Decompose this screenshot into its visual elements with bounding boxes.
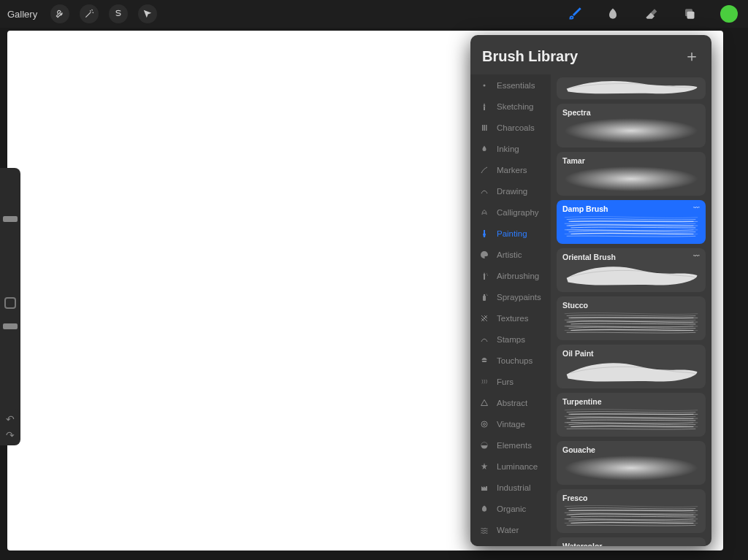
svg-point-2 bbox=[484, 84, 486, 86]
category-charcoals[interactable]: Charcoals bbox=[470, 117, 551, 138]
brush-stroke-preview bbox=[561, 213, 701, 241]
water-icon bbox=[479, 525, 489, 535]
category-label: Water bbox=[497, 526, 519, 534]
color-picker-button[interactable] bbox=[720, 5, 738, 23]
category-textures[interactable]: Textures bbox=[470, 307, 551, 329]
furs-icon bbox=[479, 377, 489, 387]
eraser-tool-button[interactable] bbox=[640, 3, 662, 25]
svg-point-14 bbox=[484, 423, 486, 425]
category-label: Furs bbox=[497, 377, 514, 386]
brush-item[interactable]: Tamar bbox=[557, 152, 706, 196]
category-elements[interactable]: Elements bbox=[470, 434, 551, 456]
brush-name: Tamar bbox=[562, 156, 700, 165]
category-abstract[interactable]: Abstract bbox=[470, 392, 551, 413]
category-calligraphy[interactable]: Calligraphy bbox=[470, 202, 551, 223]
brush-item[interactable]: Spectra bbox=[557, 104, 706, 147]
brush-item[interactable]: Fresco bbox=[557, 489, 706, 533]
category-label: Elements bbox=[497, 441, 532, 450]
brush-item[interactable]: Oil Paint bbox=[557, 345, 706, 388]
category-luminance[interactable]: Luminance bbox=[470, 456, 551, 477]
category-touchups[interactable]: Touchups bbox=[470, 350, 551, 371]
wand-icon bbox=[84, 9, 94, 19]
add-brush-button[interactable]: ＋ bbox=[684, 45, 700, 67]
category-label: Painting bbox=[497, 229, 527, 238]
category-imported[interactable]: Imported bbox=[470, 540, 551, 546]
cursor-icon bbox=[142, 9, 153, 19]
brush-library-title: Brush Library bbox=[482, 48, 578, 65]
vintage-icon bbox=[479, 419, 489, 429]
eraser-icon bbox=[644, 7, 658, 21]
svg-point-13 bbox=[481, 421, 487, 427]
brush-item[interactable] bbox=[557, 77, 706, 99]
category-essentials[interactable]: Essentials bbox=[470, 74, 551, 96]
category-label: Textures bbox=[497, 314, 528, 323]
brush-stroke-preview bbox=[561, 165, 701, 193]
brush-category-list[interactable]: EssentialsSketchingCharcoalsInkingMarker… bbox=[470, 74, 551, 546]
brush-name: Oil Paint bbox=[562, 349, 700, 358]
category-label: Vintage bbox=[497, 420, 525, 429]
brush-name: Turpentine bbox=[562, 397, 700, 406]
category-vintage[interactable]: Vintage bbox=[470, 413, 551, 434]
category-label: Organic bbox=[497, 505, 526, 513]
stamps-icon bbox=[479, 334, 489, 345]
category-label: Airbrushing bbox=[497, 272, 539, 280]
category-water[interactable]: Water bbox=[470, 519, 551, 540]
category-industrial[interactable]: Industrial bbox=[470, 477, 551, 498]
brush-item[interactable]: Turpentine bbox=[557, 393, 706, 437]
svg-rect-10 bbox=[484, 294, 485, 296]
modify-button[interactable] bbox=[4, 297, 16, 309]
layers-button[interactable] bbox=[678, 3, 700, 25]
transform-cursor-button[interactable] bbox=[138, 4, 157, 23]
brush-item[interactable]: Stucco bbox=[557, 296, 706, 340]
elements-icon bbox=[479, 440, 489, 450]
category-label: Charcoals bbox=[497, 123, 535, 132]
category-label: Artistic bbox=[497, 250, 522, 259]
category-label: Markers bbox=[497, 166, 527, 174]
category-label: Industrial bbox=[497, 483, 531, 492]
brush-item[interactable]: Gouache bbox=[557, 441, 706, 485]
category-sketching[interactable]: Sketching bbox=[470, 96, 551, 117]
brush-name: Watercolor bbox=[562, 542, 700, 546]
brush-list[interactable]: Spectra Tamar Damp Brush〰Oriental Brush … bbox=[551, 74, 711, 546]
category-artistic[interactable]: Artistic bbox=[470, 244, 551, 265]
svg-point-18 bbox=[565, 456, 698, 480]
brush-stroke-preview bbox=[561, 454, 701, 482]
category-spraypaints[interactable]: Spraypaints bbox=[470, 286, 551, 307]
category-inking[interactable]: Inking bbox=[470, 138, 551, 159]
brush-item[interactable]: Damp Brush〰 bbox=[557, 200, 706, 244]
left-sidebar bbox=[0, 168, 20, 438]
brush-stroke-preview bbox=[561, 261, 701, 289]
svg-point-17 bbox=[565, 166, 698, 191]
brush-size-slider[interactable] bbox=[8, 174, 12, 284]
brush-tool-button[interactable] bbox=[564, 3, 586, 25]
undo-button[interactable]: ↶ bbox=[6, 413, 15, 425]
artistic-icon bbox=[479, 250, 489, 260]
brush-item[interactable]: Watercolor bbox=[557, 537, 706, 546]
category-airbrushing[interactable]: Airbrushing bbox=[470, 265, 551, 286]
category-drawing[interactable]: Drawing bbox=[470, 180, 551, 202]
category-markers[interactable]: Markers bbox=[470, 159, 551, 180]
svg-rect-4 bbox=[484, 125, 486, 131]
category-painting[interactable]: Painting bbox=[470, 223, 551, 244]
abstract-icon bbox=[479, 398, 489, 408]
svg-rect-1 bbox=[687, 12, 695, 19]
smudge-tool-button[interactable] bbox=[602, 3, 624, 25]
brush-name: Gouache bbox=[562, 445, 700, 454]
layers-icon bbox=[682, 7, 696, 21]
category-label: Stamps bbox=[497, 335, 525, 344]
brush-name: Fresco bbox=[562, 494, 700, 502]
markers-icon bbox=[479, 165, 489, 175]
category-label: Inking bbox=[497, 145, 519, 153]
category-label: Luminance bbox=[497, 462, 538, 471]
brush-item[interactable]: Oriental Brush 〰 bbox=[557, 248, 706, 292]
actions-wrench-button[interactable] bbox=[50, 4, 69, 23]
adjustments-wand-button[interactable] bbox=[80, 4, 99, 23]
redo-button[interactable]: ↷ bbox=[6, 429, 15, 441]
category-organic[interactable]: Organic bbox=[470, 498, 551, 519]
category-stamps[interactable]: Stamps bbox=[470, 329, 551, 350]
selection-button[interactable] bbox=[109, 4, 128, 23]
category-furs[interactable]: Furs bbox=[470, 371, 551, 392]
gallery-button[interactable]: Gallery bbox=[7, 9, 37, 20]
svg-rect-3 bbox=[482, 125, 484, 131]
inking-icon bbox=[479, 144, 489, 154]
